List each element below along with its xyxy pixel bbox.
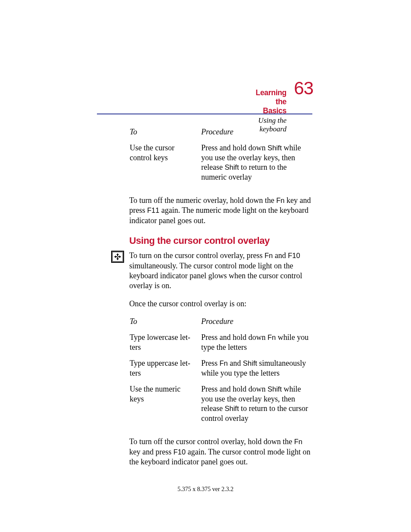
table-row: Type lowercase let­ters Press and hold d… (129, 332, 312, 358)
key-fn: Fn (276, 196, 284, 204)
table-cell-procedure: Press and hold down Shift while you use … (201, 384, 312, 429)
key-shift: Shift (268, 385, 282, 393)
cursor-control-icon (111, 251, 124, 263)
key-f10: F10 (173, 448, 185, 456)
table-row: Type uppercase let­ters Press Fn and Shi… (129, 358, 312, 384)
body-paragraph: To turn off the numeric overlay, hold do… (129, 196, 312, 226)
key-fn: Fn (265, 252, 273, 259)
key-f11: F11 (147, 206, 159, 214)
page-number: 63 (294, 78, 313, 99)
key-fn: Fn (220, 359, 228, 367)
table-cell-procedure: Press and hold down Fn while you type th… (201, 332, 312, 358)
table-header-to: To (129, 127, 201, 143)
table-header-procedure: Procedure (201, 317, 312, 332)
key-shift: Shift (243, 359, 257, 367)
key-shift: Shift (224, 163, 239, 171)
key-fn: Fn (268, 333, 276, 341)
page-content: To Procedure Use the cursor control keys… (129, 127, 312, 475)
body-paragraph: To turn on the cursor control overlay, p… (129, 251, 312, 291)
section-heading: Using the cursor control overlay (129, 235, 312, 246)
table-header-to: To (129, 317, 201, 332)
table-row: Use the numeric keys Press and hold down… (129, 384, 312, 429)
key-shift: Shift (224, 404, 239, 412)
procedure-table-1: To Procedure Use the cursor control keys… (129, 127, 312, 188)
page-footer: 5.375 x 8.375 ver 2.3.2 (0, 486, 411, 493)
table-cell-to: Use the numeric keys (129, 384, 201, 429)
chapter-title: Learning the Basics (256, 88, 287, 115)
body-paragraph: Once the cursor control overlay is on: (129, 299, 312, 309)
table-cell-to: Type uppercase let­ters (129, 358, 201, 384)
header-rule (97, 113, 312, 115)
table-cell-procedure: Press Fn and Shift simultaneously while … (201, 358, 312, 384)
body-paragraph: To turn off the cursor control overlay, … (129, 437, 312, 467)
procedure-table-2: To Procedure Type lowercase let­ters Pre… (129, 317, 312, 429)
key-f10: F10 (288, 252, 300, 259)
table-header-procedure: Procedure (201, 127, 312, 143)
key-fn: Fn (294, 438, 302, 445)
table-cell-to: Use the cursor control keys (129, 143, 201, 188)
table-cell-to: Type lowercase let­ters (129, 332, 201, 358)
key-shift: Shift (268, 144, 282, 152)
table-cell-procedure: Press and hold down Shift while you use … (201, 143, 312, 188)
table-row: Use the cursor control keys Press and ho… (129, 143, 312, 188)
